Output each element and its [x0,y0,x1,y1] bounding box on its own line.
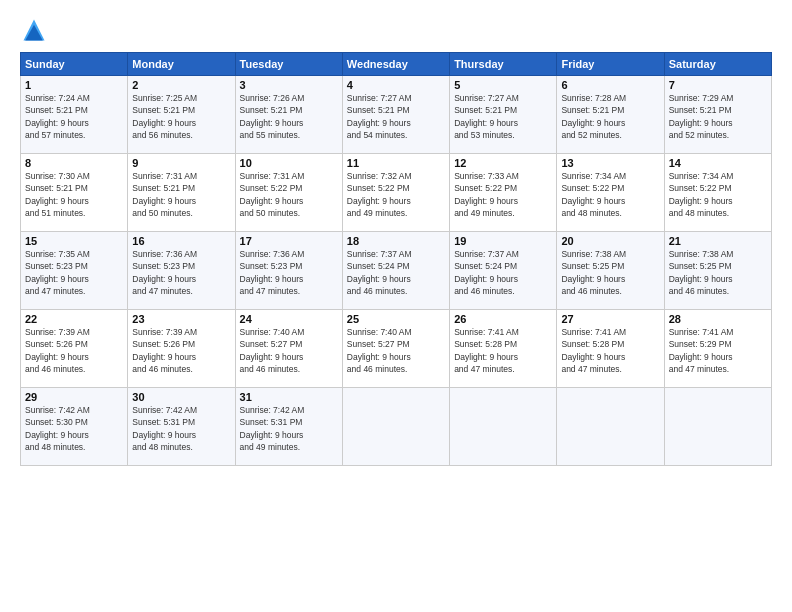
day-number: 27 [561,313,659,325]
day-info: Sunrise: 7:38 AM Sunset: 5:25 PM Dayligh… [669,248,767,297]
day-number: 30 [132,391,230,403]
calendar-cell [450,388,557,466]
calendar-cell: 14 Sunrise: 7:34 AM Sunset: 5:22 PM Dayl… [664,154,771,232]
calendar-cell: 13 Sunrise: 7:34 AM Sunset: 5:22 PM Dayl… [557,154,664,232]
weekday-header-row: SundayMondayTuesdayWednesdayThursdayFrid… [21,53,772,76]
calendar-cell: 1 Sunrise: 7:24 AM Sunset: 5:21 PM Dayli… [21,76,128,154]
day-info: Sunrise: 7:41 AM Sunset: 5:28 PM Dayligh… [561,326,659,375]
day-info: Sunrise: 7:36 AM Sunset: 5:23 PM Dayligh… [240,248,338,297]
day-info: Sunrise: 7:37 AM Sunset: 5:24 PM Dayligh… [454,248,552,297]
day-number: 22 [25,313,123,325]
calendar-cell [342,388,449,466]
day-info: Sunrise: 7:26 AM Sunset: 5:21 PM Dayligh… [240,92,338,141]
day-info: Sunrise: 7:28 AM Sunset: 5:21 PM Dayligh… [561,92,659,141]
calendar-week-row: 29 Sunrise: 7:42 AM Sunset: 5:30 PM Dayl… [21,388,772,466]
day-number: 15 [25,235,123,247]
day-number: 7 [669,79,767,91]
calendar-cell: 5 Sunrise: 7:27 AM Sunset: 5:21 PM Dayli… [450,76,557,154]
day-number: 25 [347,313,445,325]
day-number: 10 [240,157,338,169]
day-number: 29 [25,391,123,403]
calendar-cell: 7 Sunrise: 7:29 AM Sunset: 5:21 PM Dayli… [664,76,771,154]
calendar-cell: 28 Sunrise: 7:41 AM Sunset: 5:29 PM Dayl… [664,310,771,388]
header [20,16,772,44]
calendar-cell: 30 Sunrise: 7:42 AM Sunset: 5:31 PM Dayl… [128,388,235,466]
day-info: Sunrise: 7:42 AM Sunset: 5:31 PM Dayligh… [240,404,338,453]
calendar-cell: 31 Sunrise: 7:42 AM Sunset: 5:31 PM Dayl… [235,388,342,466]
weekday-header-tuesday: Tuesday [235,53,342,76]
weekday-header-thursday: Thursday [450,53,557,76]
day-info: Sunrise: 7:30 AM Sunset: 5:21 PM Dayligh… [25,170,123,219]
day-number: 1 [25,79,123,91]
day-number: 12 [454,157,552,169]
calendar-cell: 19 Sunrise: 7:37 AM Sunset: 5:24 PM Dayl… [450,232,557,310]
day-number: 5 [454,79,552,91]
day-number: 13 [561,157,659,169]
day-number: 18 [347,235,445,247]
calendar-cell: 24 Sunrise: 7:40 AM Sunset: 5:27 PM Dayl… [235,310,342,388]
day-number: 19 [454,235,552,247]
calendar-cell [557,388,664,466]
day-info: Sunrise: 7:25 AM Sunset: 5:21 PM Dayligh… [132,92,230,141]
day-number: 4 [347,79,445,91]
day-number: 17 [240,235,338,247]
calendar-cell: 17 Sunrise: 7:36 AM Sunset: 5:23 PM Dayl… [235,232,342,310]
day-info: Sunrise: 7:42 AM Sunset: 5:30 PM Dayligh… [25,404,123,453]
day-info: Sunrise: 7:32 AM Sunset: 5:22 PM Dayligh… [347,170,445,219]
weekday-header-saturday: Saturday [664,53,771,76]
calendar-cell: 16 Sunrise: 7:36 AM Sunset: 5:23 PM Dayl… [128,232,235,310]
calendar-cell [664,388,771,466]
day-info: Sunrise: 7:35 AM Sunset: 5:23 PM Dayligh… [25,248,123,297]
day-info: Sunrise: 7:34 AM Sunset: 5:22 PM Dayligh… [669,170,767,219]
calendar-cell: 21 Sunrise: 7:38 AM Sunset: 5:25 PM Dayl… [664,232,771,310]
day-info: Sunrise: 7:41 AM Sunset: 5:28 PM Dayligh… [454,326,552,375]
calendar-week-row: 8 Sunrise: 7:30 AM Sunset: 5:21 PM Dayli… [21,154,772,232]
day-number: 14 [669,157,767,169]
calendar-week-row: 15 Sunrise: 7:35 AM Sunset: 5:23 PM Dayl… [21,232,772,310]
weekday-header-monday: Monday [128,53,235,76]
day-number: 24 [240,313,338,325]
calendar-cell: 22 Sunrise: 7:39 AM Sunset: 5:26 PM Dayl… [21,310,128,388]
calendar-cell: 29 Sunrise: 7:42 AM Sunset: 5:30 PM Dayl… [21,388,128,466]
logo-icon [20,16,48,44]
calendar-cell: 8 Sunrise: 7:30 AM Sunset: 5:21 PM Dayli… [21,154,128,232]
calendar-cell: 6 Sunrise: 7:28 AM Sunset: 5:21 PM Dayli… [557,76,664,154]
calendar-cell: 20 Sunrise: 7:38 AM Sunset: 5:25 PM Dayl… [557,232,664,310]
calendar-cell: 9 Sunrise: 7:31 AM Sunset: 5:21 PM Dayli… [128,154,235,232]
day-info: Sunrise: 7:42 AM Sunset: 5:31 PM Dayligh… [132,404,230,453]
day-info: Sunrise: 7:33 AM Sunset: 5:22 PM Dayligh… [454,170,552,219]
day-number: 9 [132,157,230,169]
day-number: 16 [132,235,230,247]
day-number: 8 [25,157,123,169]
day-number: 23 [132,313,230,325]
day-number: 3 [240,79,338,91]
day-info: Sunrise: 7:34 AM Sunset: 5:22 PM Dayligh… [561,170,659,219]
weekday-header-friday: Friday [557,53,664,76]
day-number: 26 [454,313,552,325]
calendar-cell: 27 Sunrise: 7:41 AM Sunset: 5:28 PM Dayl… [557,310,664,388]
day-number: 28 [669,313,767,325]
day-info: Sunrise: 7:31 AM Sunset: 5:22 PM Dayligh… [240,170,338,219]
calendar-cell: 26 Sunrise: 7:41 AM Sunset: 5:28 PM Dayl… [450,310,557,388]
calendar-week-row: 1 Sunrise: 7:24 AM Sunset: 5:21 PM Dayli… [21,76,772,154]
calendar-cell: 10 Sunrise: 7:31 AM Sunset: 5:22 PM Dayl… [235,154,342,232]
day-number: 6 [561,79,659,91]
day-info: Sunrise: 7:29 AM Sunset: 5:21 PM Dayligh… [669,92,767,141]
logo [20,16,52,44]
calendar-week-row: 22 Sunrise: 7:39 AM Sunset: 5:26 PM Dayl… [21,310,772,388]
calendar-cell: 18 Sunrise: 7:37 AM Sunset: 5:24 PM Dayl… [342,232,449,310]
calendar-cell: 11 Sunrise: 7:32 AM Sunset: 5:22 PM Dayl… [342,154,449,232]
day-info: Sunrise: 7:37 AM Sunset: 5:24 PM Dayligh… [347,248,445,297]
calendar-cell: 15 Sunrise: 7:35 AM Sunset: 5:23 PM Dayl… [21,232,128,310]
day-info: Sunrise: 7:38 AM Sunset: 5:25 PM Dayligh… [561,248,659,297]
weekday-header-sunday: Sunday [21,53,128,76]
day-info: Sunrise: 7:40 AM Sunset: 5:27 PM Dayligh… [240,326,338,375]
calendar-cell: 12 Sunrise: 7:33 AM Sunset: 5:22 PM Dayl… [450,154,557,232]
day-info: Sunrise: 7:36 AM Sunset: 5:23 PM Dayligh… [132,248,230,297]
day-number: 20 [561,235,659,247]
day-info: Sunrise: 7:39 AM Sunset: 5:26 PM Dayligh… [25,326,123,375]
day-number: 21 [669,235,767,247]
day-info: Sunrise: 7:41 AM Sunset: 5:29 PM Dayligh… [669,326,767,375]
page: SundayMondayTuesdayWednesdayThursdayFrid… [0,0,792,612]
calendar-cell: 25 Sunrise: 7:40 AM Sunset: 5:27 PM Dayl… [342,310,449,388]
